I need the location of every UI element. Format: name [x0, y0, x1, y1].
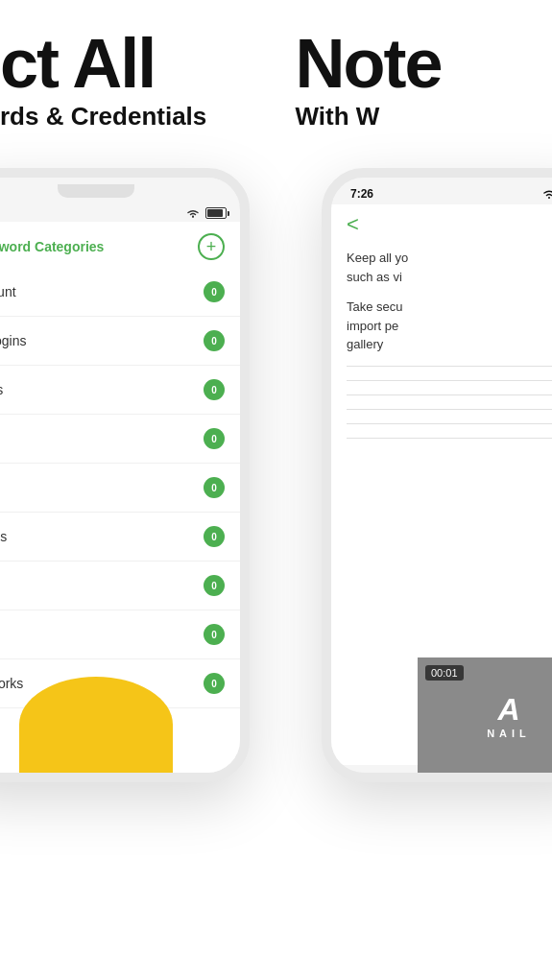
note-text-1: Keep all yosuch as vi [347, 249, 552, 286]
list-item[interactable]: ter Logins 0 [0, 317, 240, 366]
back-button[interactable]: < [331, 204, 552, 245]
right-phone: 7:26 < Keep all yosuch as vi Take secuim… [322, 168, 552, 782]
note-line [347, 423, 552, 424]
note-line [347, 438, 552, 439]
header-right-subtitle: With W [296, 102, 553, 131]
header: ct All rds & Credentials Note With W [0, 0, 552, 168]
notch-bar [0, 178, 240, 204]
note-text-2: Take secuimport pegallery [347, 298, 552, 354]
header-left-subtitle: rds & Credentials [0, 102, 276, 131]
count-badge: 0 [204, 428, 225, 449]
note-line [347, 366, 552, 367]
category-name: Networks [0, 676, 23, 691]
side-button [248, 293, 250, 331]
screen-title: Password Categories [0, 239, 104, 254]
video-thumbnail[interactable]: 00:01 A NAIL [418, 657, 552, 773]
wifi-icon [186, 208, 200, 218]
count-badge: 0 [204, 477, 225, 498]
notch [58, 184, 134, 198]
category-name: counts [0, 529, 7, 544]
screen-header: Password Categories + [0, 222, 240, 268]
count-badge: 0 [204, 526, 225, 547]
header-left: ct All rds & Credentials [0, 0, 276, 131]
video-timer: 00:01 [425, 665, 464, 681]
side-button [248, 341, 250, 379]
status-bar-left: • • • • [0, 204, 240, 222]
side-buttons [248, 293, 250, 389]
note-content: Keep all yosuch as vi Take secuimport pe… [331, 245, 552, 456]
logo-letter: A [497, 692, 519, 728]
note-line [347, 409, 552, 410]
add-category-button[interactable]: + [198, 233, 225, 260]
count-badge: 0 [204, 379, 225, 400]
side-buttons-right [322, 254, 324, 323]
right-phone-screen: < Keep all yosuch as vi Take secuimport … [331, 204, 552, 765]
svg-point-1 [548, 197, 550, 199]
category-name: Account [0, 284, 16, 299]
category-list: Account 0 ter Logins 0 Cards 0 se 0 ing [0, 268, 240, 708]
list-item[interactable]: Cards 0 [0, 366, 240, 415]
header-right-title: Note [296, 29, 553, 98]
count-badge: 0 [204, 330, 225, 351]
category-name: Cards [0, 382, 3, 397]
app-logo: A NAIL [487, 692, 531, 739]
battery-icon [205, 207, 227, 219]
note-line [347, 380, 552, 381]
list-item[interactable]: ing 0 [0, 464, 240, 513]
list-item[interactable]: Account 0 [0, 268, 240, 317]
list-item[interactable]: 0 [0, 610, 240, 659]
bottom-decoration [19, 677, 173, 773]
count-badge: 0 [204, 673, 225, 694]
phones-container: • • • • Password Categories + Account 0 [0, 168, 552, 980]
count-badge: 0 [204, 575, 225, 596]
count-badge: 0 [204, 624, 225, 645]
svg-point-0 [192, 216, 194, 218]
logo-text: NAIL [487, 728, 531, 739]
left-phone: • • • • Password Categories + Account 0 [0, 168, 250, 782]
list-item[interactable]: counts 0 [0, 513, 240, 562]
list-item[interactable]: se 0 [0, 415, 240, 464]
header-right: Note With W [276, 0, 553, 131]
wifi-icon-right [542, 189, 552, 199]
note-lines [347, 366, 552, 439]
header-left-title: ct All [0, 29, 276, 98]
count-badge: 0 [204, 281, 225, 302]
note-line [347, 394, 552, 395]
side-button-volume2 [322, 289, 324, 316]
list-item[interactable]: nger 0 [0, 562, 240, 610]
time-display: 7:26 [350, 187, 373, 201]
status-bar-right: 7:26 [331, 178, 552, 204]
side-button-volume [322, 254, 324, 281]
category-name: ter Logins [0, 333, 26, 348]
